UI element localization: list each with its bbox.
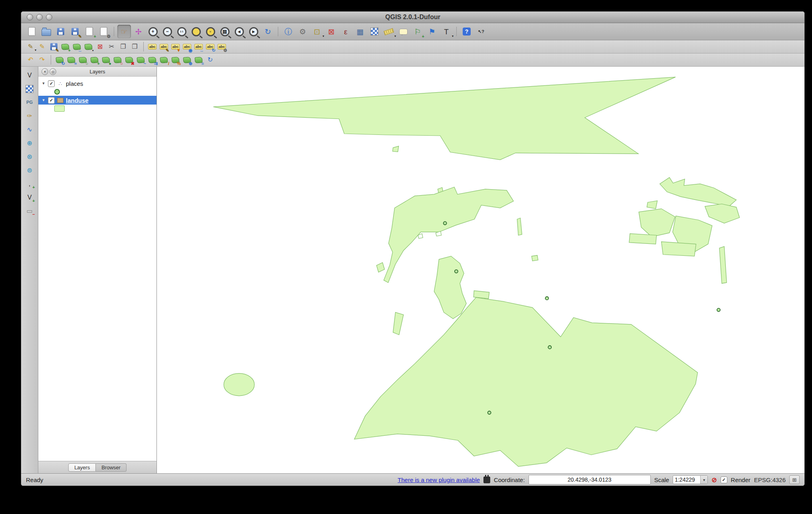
- refresh-map[interactable]: ↻: [261, 25, 275, 38]
- undo[interactable]: ↶: [25, 55, 36, 65]
- rotate-point-symbols[interactable]: ↻: [205, 55, 216, 65]
- render-checkbox[interactable]: ✓: [721, 476, 727, 483]
- scale-input[interactable]: [673, 476, 700, 483]
- label-properties[interactable]: abc⚙: [216, 42, 227, 52]
- crs-label: EPSG:4326: [754, 476, 786, 483]
- select-by-expression[interactable]: ε: [339, 25, 353, 38]
- plugin-available-link[interactable]: There is a new plugin available: [398, 476, 480, 483]
- rotate-label[interactable]: abc↻: [205, 42, 216, 52]
- scale-dropdown-icon[interactable]: ▾: [700, 476, 707, 484]
- landuse-visibility-checkbox[interactable]: ✓: [48, 97, 55, 104]
- offset-curve[interactable]: ⇉: [147, 55, 158, 65]
- stop-rendering-button[interactable]: ⊘: [711, 476, 717, 484]
- zoom-button[interactable]: [46, 14, 52, 20]
- add-ring[interactable]: ○: [77, 55, 88, 65]
- panel-close-button[interactable]: ✕: [42, 68, 48, 75]
- plugin-icon[interactable]: [483, 476, 490, 483]
- new-shapefile-layer[interactable]: V+: [24, 192, 35, 203]
- new-bookmark[interactable]: ⚐+: [411, 25, 424, 38]
- titlebar[interactable]: QGIS 2.0.1-Dufour: [21, 12, 804, 23]
- toggle-editing[interactable]: ✎: [37, 42, 48, 52]
- fill-ring[interactable]: ●: [101, 55, 111, 65]
- layer-row-landuse[interactable]: ▼ ✓ landuse: [38, 96, 156, 105]
- pin-labels[interactable]: abc▼: [170, 42, 181, 52]
- zoom-in[interactable]: +: [146, 25, 160, 38]
- tab-browser[interactable]: Browser: [96, 463, 127, 472]
- add-wms-layer[interactable]: ⊕: [24, 138, 35, 148]
- paste-features[interactable]: ❒: [129, 42, 140, 52]
- redo[interactable]: ↷: [37, 55, 48, 65]
- change-label[interactable]: abc✎: [158, 42, 169, 52]
- new-print-composer[interactable]: +: [83, 25, 96, 38]
- add-raster-layer[interactable]: [24, 83, 35, 94]
- save-layer-edits[interactable]: ✎: [48, 42, 59, 52]
- pan-to-selection[interactable]: ✢: [132, 25, 145, 38]
- open-attribute-table[interactable]: ▦: [353, 25, 367, 38]
- identify-features[interactable]: ⓘ: [281, 25, 295, 38]
- layer-row-places[interactable]: ▼ ✓ ∴ places: [38, 79, 156, 88]
- add-feature[interactable]: +: [60, 42, 71, 52]
- add-spatialite-layer[interactable]: ✑: [24, 111, 35, 121]
- coordinate-input[interactable]: [529, 475, 651, 484]
- whats-this[interactable]: ↖?: [474, 25, 488, 38]
- field-calculator[interactable]: [368, 25, 381, 38]
- add-part[interactable]: +: [89, 55, 100, 65]
- save-project[interactable]: [54, 25, 67, 38]
- zoom-out[interactable]: −: [160, 25, 174, 38]
- add-wcs-layer[interactable]: ⊛: [24, 151, 35, 162]
- labeling[interactable]: abc: [147, 42, 158, 52]
- split-parts[interactable]: %: [170, 55, 181, 65]
- deselect-features[interactable]: ⊠: [325, 25, 338, 38]
- panel-float-button[interactable]: ◎: [50, 68, 56, 75]
- reshape-features[interactable]: ~: [135, 55, 146, 65]
- cut-features[interactable]: ✂: [106, 42, 117, 52]
- add-vector-layer[interactable]: V: [24, 70, 35, 81]
- measure-line[interactable]: ▾: [382, 25, 396, 38]
- simplify-feature[interactable]: ≈: [66, 55, 77, 65]
- zoom-native[interactable]: 1:1: [175, 25, 188, 38]
- tab-layers[interactable]: Layers: [68, 463, 96, 472]
- close-button[interactable]: [27, 14, 33, 20]
- current-edits[interactable]: ✎▾: [25, 42, 36, 52]
- rotate-feature[interactable]: ↻: [54, 55, 65, 65]
- expand-arrow-icon[interactable]: ▼: [42, 98, 46, 102]
- expand-arrow-icon[interactable]: ▼: [42, 81, 46, 85]
- zoom-full[interactable]: [189, 25, 203, 38]
- node-tool[interactable]: ▪: [83, 42, 94, 52]
- scale-combo[interactable]: ▾: [673, 475, 708, 484]
- text-annotation[interactable]: T▾: [440, 25, 453, 38]
- zoom-to-selection[interactable]: ▫: [204, 25, 217, 38]
- split-features[interactable]: /: [158, 55, 169, 65]
- show-bookmarks[interactable]: ⚑: [425, 25, 439, 38]
- delete-ring[interactable]: ○: [112, 55, 123, 65]
- move-feature[interactable]: ↔: [71, 42, 82, 52]
- move-label[interactable]: abc↔: [193, 42, 204, 52]
- new-project[interactable]: [25, 25, 39, 38]
- add-wfs-layer[interactable]: ⊚: [24, 165, 35, 176]
- run-feature-action[interactable]: ⚙: [296, 25, 309, 38]
- zoom-last[interactable]: ◂: [232, 25, 246, 38]
- add-mssql-layer[interactable]: ∿: [24, 124, 35, 135]
- show-hide-labels[interactable]: abc◉: [182, 42, 192, 52]
- map-tips[interactable]: [396, 25, 410, 38]
- remove-layer[interactable]: ▭−: [24, 206, 35, 216]
- minimize-button[interactable]: [36, 14, 43, 20]
- open-project[interactable]: [40, 25, 53, 38]
- merge-attributes[interactable]: ≡: [193, 55, 204, 65]
- select-features[interactable]: ⊡▾: [310, 25, 324, 38]
- zoom-to-layer[interactable]: ▤: [218, 25, 232, 38]
- delete-selected[interactable]: ⊠: [95, 42, 105, 52]
- save-project-as[interactable]: ✎: [68, 25, 82, 38]
- composer-manager[interactable]: ⚙: [97, 25, 111, 38]
- copy-features[interactable]: ❐: [118, 42, 129, 52]
- pan-map[interactable]: ☞: [117, 25, 131, 38]
- places-visibility-checkbox[interactable]: ✓: [48, 80, 55, 87]
- add-postgis-layer[interactable]: PG: [24, 97, 35, 108]
- map-canvas[interactable]: [157, 67, 804, 473]
- crs-status-button[interactable]: ⊞: [789, 475, 800, 484]
- add-delimited-text-layer[interactable]: ,+: [24, 178, 35, 189]
- merge-features[interactable]: ⊕: [182, 55, 192, 65]
- zoom-next[interactable]: ▸: [247, 25, 260, 38]
- help-contents[interactable]: ?: [460, 25, 473, 38]
- delete-part[interactable]: ✖: [124, 55, 135, 65]
